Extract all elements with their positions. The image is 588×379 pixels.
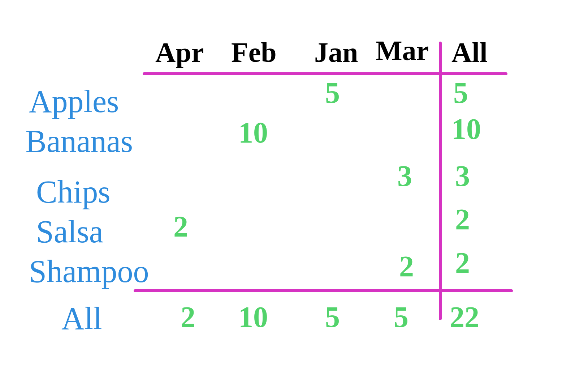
cell-all-jan: 5 [325,300,340,334]
cell-apples-all: 5 [453,76,468,110]
col-header-apr: Apr [155,36,204,69]
cell-salsa-all: 2 [455,203,470,237]
row-header-chips: Chips [36,174,110,210]
col-header-all: All [451,36,488,69]
cell-all-all: 22 [450,300,479,334]
cell-bananas-all: 10 [451,112,481,146]
cell-all-mar: 5 [394,300,408,334]
cell-shampoo-all: 2 [455,246,470,280]
row-header-shampoo: Shampoo [29,253,149,290]
col-header-feb: Feb [231,36,277,69]
total-row-rule [134,289,513,292]
pivot-table: Apr Feb Jan Mar All Apples Bananas Chips… [0,0,588,379]
total-col-rule [439,42,442,320]
cell-shampoo-mar: 2 [399,250,414,284]
cell-all-apr: 2 [181,300,195,334]
cell-apples-jan: 5 [325,76,340,110]
col-header-mar: Mar [376,34,429,67]
cell-chips-all: 3 [455,159,470,193]
row-header-bananas: Bananas [25,123,133,159]
row-header-all: All [61,300,102,337]
col-header-jan: Jan [314,36,358,69]
cell-chips-mar: 3 [397,159,412,193]
cell-all-feb: 10 [238,300,268,334]
cell-salsa-apr: 2 [173,210,188,244]
cell-bananas-feb: 10 [238,116,268,150]
header-rule [143,72,507,75]
row-header-salsa: Salsa [36,213,103,250]
row-header-apples: Apples [29,83,119,120]
